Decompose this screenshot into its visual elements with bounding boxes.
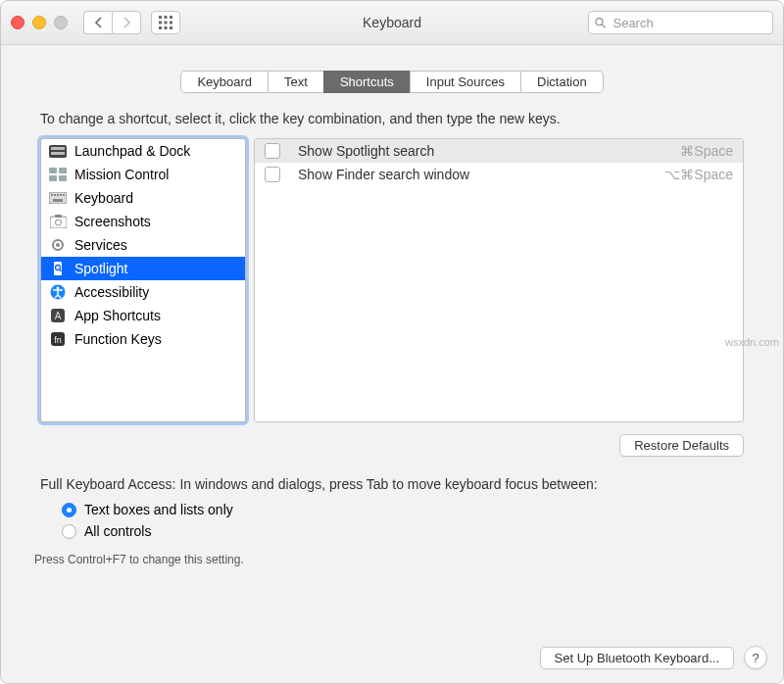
- svg-rect-21: [57, 194, 59, 196]
- forward-button[interactable]: [112, 11, 141, 34]
- category-label: Function Keys: [74, 331, 162, 347]
- tab-bar: Keyboard Text Shortcuts Input Sources Di…: [1, 71, 783, 93]
- show-all-button[interactable]: [151, 11, 180, 34]
- minimize-window-button[interactable]: [32, 16, 46, 29]
- category-label: Mission Control: [74, 167, 169, 182]
- svg-rect-18: [49, 192, 67, 204]
- help-button[interactable]: ?: [744, 646, 767, 669]
- tab-shortcuts[interactable]: Shortcuts: [323, 71, 411, 93]
- svg-rect-27: [55, 215, 62, 218]
- gear-icon: [49, 236, 67, 254]
- svg-rect-3: [159, 22, 162, 24]
- nav-buttons: [83, 11, 141, 34]
- svg-rect-6: [159, 26, 162, 29]
- category-screenshots[interactable]: Screenshots: [41, 210, 245, 233]
- bottom-row: Set Up Bluetooth Keyboard... ?: [540, 646, 767, 669]
- category-label: Services: [74, 237, 127, 253]
- category-label: Launchpad & Dock: [74, 143, 190, 159]
- shortcut-key[interactable]: ⌥⌘Space: [664, 167, 733, 182]
- full-keyboard-access-label: Full Keyboard Access: In windows and dia…: [40, 476, 744, 492]
- search-input[interactable]: [611, 15, 766, 31]
- grid-icon: [159, 16, 172, 29]
- svg-rect-19: [51, 194, 53, 196]
- svg-text:A: A: [55, 311, 62, 321]
- titlebar: Keyboard: [1, 1, 783, 45]
- split-pane: Launchpad & Dock Mission Control Keyboar…: [40, 138, 744, 422]
- accessibility-icon: [49, 283, 67, 301]
- radio-button[interactable]: [62, 503, 76, 517]
- svg-rect-22: [60, 194, 62, 196]
- shortcut-checkbox[interactable]: [265, 143, 280, 159]
- category-launchpad-dock[interactable]: Launchpad & Dock: [41, 139, 245, 163]
- svg-rect-5: [170, 22, 172, 24]
- svg-point-34: [57, 287, 60, 290]
- function-keys-icon: fn: [49, 330, 67, 348]
- category-list[interactable]: Launchpad & Dock Mission Control Keyboar…: [40, 138, 246, 422]
- svg-rect-13: [51, 152, 65, 155]
- radio-all-controls[interactable]: All controls: [62, 523, 744, 539]
- instruction-label: To change a shortcut, select it, click t…: [40, 111, 744, 126]
- category-function-keys[interactable]: fn Function Keys: [41, 327, 245, 351]
- category-app-shortcuts[interactable]: A App Shortcuts: [41, 304, 245, 327]
- svg-rect-14: [49, 168, 57, 173]
- shortcut-list[interactable]: Show Spotlight search ⌘Space Show Finder…: [254, 138, 744, 422]
- shortcut-name: Show Finder search window: [298, 167, 664, 182]
- radio-button[interactable]: [62, 524, 76, 539]
- tab-text[interactable]: Text: [268, 71, 324, 93]
- restore-defaults-button[interactable]: Restore Defaults: [619, 434, 744, 457]
- panel-body: To change a shortcut, select it, click t…: [1, 111, 783, 566]
- search-icon: [595, 17, 606, 29]
- radio-label: Text boxes and lists only: [84, 502, 233, 517]
- shortcut-checkbox[interactable]: [265, 167, 280, 182]
- keyboard-icon: [49, 189, 67, 207]
- svg-point-9: [596, 18, 603, 24]
- svg-rect-15: [59, 168, 67, 173]
- question-icon: ?: [752, 651, 759, 665]
- svg-rect-25: [50, 217, 67, 228]
- tab-dictation[interactable]: Dictation: [520, 71, 604, 93]
- category-spotlight[interactable]: Spotlight: [41, 257, 245, 280]
- category-label: Keyboard: [74, 190, 133, 206]
- spotlight-icon: [49, 260, 67, 277]
- category-label: Spotlight: [74, 261, 127, 276]
- category-label: Screenshots: [74, 214, 151, 229]
- radio-label: All controls: [84, 523, 151, 539]
- svg-rect-23: [63, 194, 65, 196]
- window-controls: [11, 16, 68, 29]
- shortcut-row[interactable]: Show Finder search window ⌥⌘Space: [255, 163, 743, 186]
- svg-text:fn: fn: [54, 335, 62, 345]
- shortcut-name: Show Spotlight search: [298, 143, 680, 159]
- svg-rect-24: [53, 199, 63, 202]
- back-button[interactable]: [83, 11, 112, 34]
- restore-row: Restore Defaults: [40, 434, 744, 457]
- bluetooth-keyboard-button[interactable]: Set Up Bluetooth Keyboard...: [540, 647, 734, 669]
- search-field[interactable]: [588, 11, 773, 34]
- launchpad-icon: [49, 142, 67, 160]
- watermark: wsxdn.com: [725, 336, 779, 348]
- tab-input-sources[interactable]: Input Sources: [410, 71, 521, 93]
- shortcut-key[interactable]: ⌘Space: [680, 143, 733, 159]
- svg-rect-11: [49, 145, 67, 158]
- tab-keyboard[interactable]: Keyboard: [180, 71, 269, 93]
- hint-label: Press Control+F7 to change this setting.: [34, 553, 744, 566]
- category-accessibility[interactable]: Accessibility: [41, 280, 245, 304]
- svg-line-10: [602, 24, 606, 27]
- svg-rect-8: [170, 26, 172, 29]
- svg-rect-16: [49, 175, 57, 181]
- category-keyboard[interactable]: Keyboard: [41, 186, 245, 210]
- radio-text-boxes[interactable]: Text boxes and lists only: [62, 502, 744, 517]
- category-services[interactable]: Services: [41, 233, 245, 257]
- svg-rect-0: [159, 16, 162, 19]
- zoom-window-button[interactable]: [54, 16, 68, 29]
- category-mission-control[interactable]: Mission Control: [41, 163, 245, 186]
- screenshots-icon: [49, 213, 67, 230]
- close-window-button[interactable]: [11, 16, 24, 29]
- shortcut-row[interactable]: Show Spotlight search ⌘Space: [255, 139, 743, 163]
- svg-point-26: [55, 220, 61, 225]
- chevron-right-icon: [122, 17, 131, 28]
- category-label: Accessibility: [74, 284, 149, 300]
- svg-rect-4: [165, 22, 168, 24]
- full-keyboard-access-radios: Text boxes and lists only All controls: [62, 502, 744, 539]
- svg-rect-12: [51, 147, 65, 150]
- svg-rect-2: [170, 16, 172, 19]
